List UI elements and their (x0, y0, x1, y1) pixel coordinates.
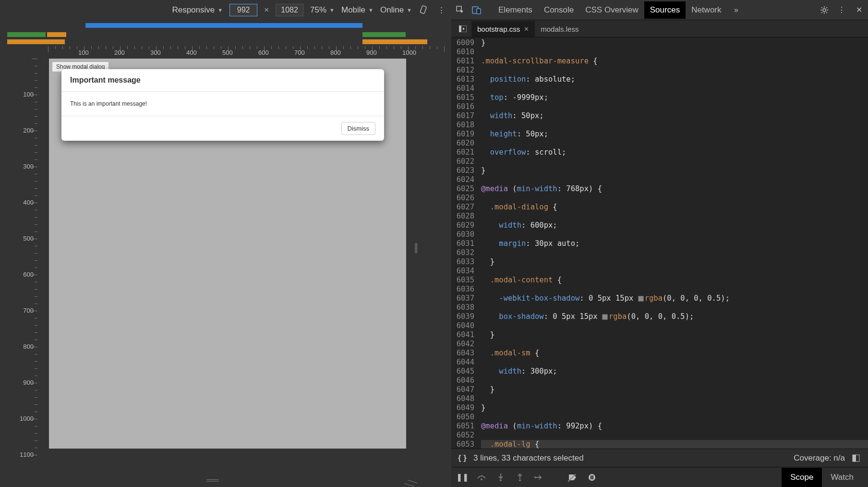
throttle-label: Mobile (341, 5, 365, 15)
more-icon[interactable]: ⋮ (836, 5, 847, 15)
resize-handle-bottom[interactable]: ══ (206, 475, 219, 486)
modal-body-text: This is an important message! (61, 92, 384, 116)
step-icon[interactable] (534, 472, 544, 483)
pretty-print-icon[interactable]: { } (458, 453, 467, 463)
inspect-icon[interactable] (455, 5, 466, 15)
rotate-icon[interactable] (419, 5, 429, 15)
coverage-toggle-icon[interactable] (851, 453, 861, 463)
close-icon[interactable]: ✕ (524, 25, 529, 33)
more-tabs-icon[interactable]: » (731, 5, 742, 15)
media-query-bars[interactable] (0, 20, 451, 46)
resize-handle-corner[interactable]: ╲╲ (404, 477, 418, 487)
svg-point-13 (589, 474, 595, 481)
zoom-select[interactable]: 75% ▼ (310, 5, 335, 15)
svg-rect-8 (853, 455, 856, 462)
debugger-toolbar: ❚❚ ScopeWatch (451, 467, 868, 487)
svg-point-9 (481, 478, 482, 480)
chevron-down-icon: ▼ (329, 7, 335, 13)
pause-icon[interactable]: ❚❚ (457, 472, 468, 483)
deactivate-breakpoints-icon[interactable] (567, 472, 578, 483)
tab-elements[interactable]: Elements (493, 1, 538, 19)
close-icon[interactable]: ✕ (854, 5, 864, 15)
chevron-down-icon: ▼ (217, 7, 223, 13)
modal-title: Important message (61, 69, 384, 92)
file-tab-label: bootstrap.css (477, 25, 520, 33)
editor-status-bar: { } 3 lines, 33 characters selected Cove… (451, 449, 868, 467)
network-select[interactable]: Online ▼ (380, 5, 412, 15)
file-tab[interactable]: modals.less (535, 21, 584, 37)
svg-point-10 (500, 479, 502, 481)
svg-point-12 (534, 476, 536, 478)
svg-rect-0 (420, 5, 427, 13)
step-out-icon[interactable] (515, 472, 525, 483)
resize-handle-right[interactable]: || (414, 241, 417, 254)
selection-status: 3 lines, 33 characters selected (473, 453, 584, 463)
viewport-width-input[interactable] (229, 4, 257, 16)
step-into-icon[interactable] (495, 472, 506, 483)
file-tabs-row: bootstrap.css✕modals.less (451, 20, 868, 37)
device-mode-label: Responsive (172, 5, 215, 15)
dimension-separator: × (264, 5, 269, 15)
svg-rect-14 (591, 475, 592, 479)
device-mode-icon[interactable] (471, 5, 482, 15)
svg-rect-15 (592, 475, 594, 479)
viewport-height-input[interactable] (276, 4, 303, 16)
file-tab[interactable]: bootstrap.css✕ (471, 21, 535, 37)
svg-point-4 (823, 9, 826, 12)
pause-on-exceptions-icon[interactable] (587, 472, 597, 483)
file-tab-label: modals.less (541, 25, 579, 33)
debugger-tab-watch[interactable]: Watch (822, 468, 862, 487)
svg-rect-6 (459, 25, 461, 32)
svg-point-11 (519, 479, 521, 481)
coverage-status: Coverage: n/a (794, 453, 845, 463)
horizontal-ruler: 1002003004005006007008009001000 (48, 46, 451, 59)
zoom-label: 75% (310, 5, 326, 15)
modal-dialog: Important message This is an important m… (61, 69, 384, 141)
device-mode-select[interactable]: Responsive ▼ (172, 5, 223, 15)
device-viewport: Show modal dialog Important message This… (49, 59, 406, 449)
chevron-down-icon: ▼ (407, 7, 412, 13)
debugger-tab-scope[interactable]: Scope (782, 468, 822, 487)
tab-console[interactable]: Console (538, 1, 579, 19)
navigator-toggle-icon[interactable] (454, 23, 471, 37)
vertical-ruler: 10020030040050060070080090010001100 (0, 59, 48, 487)
throttle-select[interactable]: Mobile ▼ (341, 5, 374, 15)
devtools-tabs: ElementsConsoleCSS OverviewSourcesNetwor… (451, 0, 868, 20)
tab-css-overview[interactable]: CSS Overview (579, 1, 644, 19)
svg-rect-3 (477, 9, 481, 14)
tab-sources[interactable]: Sources (644, 1, 686, 19)
dismiss-button[interactable]: Dismiss (341, 122, 376, 135)
gear-icon[interactable] (819, 5, 830, 15)
code-editor[interactable]: 6009601060116012601360146015601660176018… (451, 37, 868, 449)
chevron-down-icon: ▼ (368, 7, 374, 13)
tab-network[interactable]: Network (686, 1, 727, 19)
device-toolbar: Responsive ▼ × 75% ▼ Mobile ▼ Online ▼ ⋮ (0, 0, 451, 20)
network-label: Online (380, 5, 404, 15)
more-icon[interactable]: ⋮ (436, 5, 446, 15)
step-over-icon[interactable] (476, 472, 487, 483)
